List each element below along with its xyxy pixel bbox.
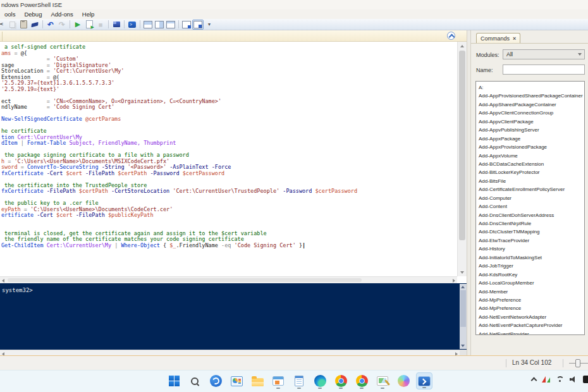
powershell-ise-taskbar-button[interactable] — [416, 372, 432, 389]
command-list-item[interactable]: Add-BitLockerKeyProtector — [479, 168, 584, 176]
command-list-item[interactable]: Add-BCDataCacheExtension — [479, 160, 584, 168]
status-bar: Ln 34 Col 102 — [0, 355, 588, 370]
editor-vertical-scrollbar[interactable] — [457, 42, 467, 276]
command-list-item[interactable]: Add-DtcClusterTMMapping — [479, 228, 584, 236]
status-separator — [506, 359, 506, 367]
scroll-up-arrow-icon[interactable] — [460, 45, 464, 47]
console-pane[interactable]: system32> — [0, 283, 467, 350]
show-script-pane-right-icon[interactable] — [154, 20, 165, 30]
command-list-item[interactable]: Add-LocalGroupMember — [479, 279, 584, 287]
command-list-item[interactable]: Add-DnsClientDohServerAddress — [479, 211, 584, 219]
command-list-item[interactable]: Add-Computer — [479, 194, 584, 202]
command-list-item[interactable]: Add-History — [479, 245, 584, 253]
command-list-item[interactable]: Add-InitiatorIdToMaskingSet — [479, 254, 584, 262]
appwin-taskbar-button[interactable] — [270, 372, 286, 389]
clipped-tray-item-tray-button[interactable] — [583, 376, 588, 383]
editor-horizontal-scrollbar[interactable] — [0, 276, 457, 283]
command-list-item[interactable]: Add-MpPreference — [479, 296, 584, 304]
command-list-item[interactable]: Add-NetEventNetworkAdapter — [479, 313, 584, 321]
undo-icon[interactable] — [45, 20, 56, 30]
scrollbar-thumb[interactable] — [459, 51, 465, 240]
command-list-item[interactable]: Add-CertificateEnrollmentPolicyServer — [479, 185, 584, 193]
network-monitor-tray-button[interactable] — [542, 376, 551, 383]
scrollbar-corner — [460, 350, 467, 355]
command-list-item[interactable]: Add-BitsFile — [479, 177, 584, 185]
copilot-taskbar-button[interactable] — [395, 372, 412, 389]
command-list-item[interactable]: Add-AppxProvisionedPackage — [479, 143, 584, 151]
scroll-left-arrow-icon[interactable] — [2, 279, 4, 283]
run-selection-icon[interactable] — [83, 20, 95, 30]
search-icon — [190, 376, 200, 386]
edge-taskbar-button[interactable] — [312, 372, 328, 389]
scrollbar-thumb[interactable] — [460, 290, 466, 327]
command-list-item[interactable]: Add-AppxPackage — [479, 135, 584, 143]
scroll-down-arrow-icon[interactable] — [460, 271, 464, 274]
paint-taskbar-button[interactable] — [374, 372, 391, 389]
tray-chevron-tray-button[interactable] — [530, 376, 537, 383]
command-list-item[interactable]: Add-KdsRootKey — [479, 271, 584, 279]
explorer-taskbar-button[interactable] — [249, 372, 266, 389]
search-taskbar-button[interactable] — [187, 372, 203, 389]
close-commands-icon[interactable]: × — [513, 36, 516, 42]
show-command-window-icon[interactable] — [181, 20, 192, 30]
command-list-item[interactable]: Add-JobTrigger — [479, 262, 584, 270]
tab-commands[interactable]: Commands × — [476, 33, 520, 44]
toolbar-overflow-icon[interactable] — [204, 20, 215, 30]
command-list-item[interactable]: Add-MpPreference — [479, 304, 584, 312]
show-script-pane-top-icon[interactable] — [142, 20, 154, 30]
show-script-pane-maximized-icon[interactable] — [165, 20, 176, 30]
commands-list[interactable]: A:Add-AppProvisionedSharedPackageContain… — [475, 81, 585, 335]
command-list-item[interactable]: A: — [479, 83, 584, 92]
command-list-item[interactable]: Add-Member — [479, 288, 584, 296]
scroll-right-arrow-icon[interactable] — [453, 279, 455, 283]
cursor-position-status: Ln 34 Col 102 — [512, 359, 551, 366]
taskmgr-taskbar-button[interactable] — [228, 372, 245, 389]
pane-splitter[interactable] — [467, 30, 471, 355]
main-area: a self-signed certificateams = @{ = 'Cus… — [0, 30, 588, 355]
chrome-taskbar-button[interactable] — [333, 372, 349, 389]
command-list-item[interactable]: Add-AppvPublishingServer — [479, 126, 584, 134]
copilot-icon — [398, 375, 410, 387]
chrome-2-taskbar-button[interactable] — [353, 372, 370, 389]
paste-icon[interactable] — [18, 20, 29, 30]
run-script-icon[interactable] — [72, 20, 83, 30]
command-list-item[interactable]: Add-DnsClientNrptRule — [479, 219, 584, 228]
command-list-item[interactable]: Add-NetEventPacketCaptureProvider — [479, 321, 584, 329]
command-list-item[interactable]: Add-AppSharedPackageContainer — [479, 101, 584, 109]
console-horizontal-scrollbar[interactable] — [0, 350, 460, 355]
sync-app-taskbar-button[interactable] — [207, 372, 224, 389]
console-vertical-scrollbar[interactable] — [460, 284, 467, 349]
scroll-up-arrow-icon[interactable] — [461, 286, 465, 288]
show-command-addon-icon[interactable] — [192, 20, 204, 30]
code-line: '2.5.29.19={text}' — [1, 87, 357, 93]
notepad-taskbar-button[interactable] — [291, 372, 307, 389]
toolbar-separator — [108, 20, 109, 28]
collapse-script-pane-button[interactable] — [447, 32, 455, 40]
scrollbar-thumb[interactable] — [8, 278, 362, 282]
menu-item-help[interactable]: Help — [78, 11, 99, 18]
menu-item-addons[interactable]: Add-ons — [46, 11, 77, 18]
cut-icon[interactable] — [0, 20, 6, 30]
script-editor[interactable]: a self-signed certificateams = @{ = 'Cus… — [0, 42, 467, 283]
volume-tray-button[interactable] — [570, 376, 578, 383]
command-list-item[interactable]: Add-AppProvisionedSharedPackageContainer — [479, 92, 584, 100]
name-filter-input[interactable] — [503, 64, 585, 75]
command-list-item[interactable]: Add-AppvClientPackage — [479, 118, 584, 126]
new-remote-powershell-tab-icon[interactable] — [111, 20, 122, 30]
start-taskbar-button[interactable] — [166, 372, 182, 389]
menu-item-debug[interactable]: Debug — [20, 11, 46, 18]
scroll-down-arrow-icon[interactable] — [461, 345, 465, 347]
chevron-down-icon — [578, 53, 582, 56]
command-list-item[interactable]: Add-Content — [479, 202, 584, 211]
menu-item-tools[interactable]: ools — [0, 11, 20, 18]
modules-dropdown[interactable]: All — [503, 49, 585, 59]
wifi-tray-button[interactable] — [556, 376, 565, 383]
clear-console-icon[interactable] — [29, 20, 40, 30]
zoom-slider-thumb[interactable] — [575, 359, 580, 367]
start-powershell-icon[interactable] — [126, 20, 138, 30]
explorer-icon — [252, 378, 264, 386]
command-list-item[interactable]: Add-AppxVolume — [479, 152, 584, 160]
command-list-item[interactable]: Add-EtwTraceProvider — [479, 236, 584, 245]
command-list-item[interactable]: Add-NetEventProvider — [479, 330, 584, 335]
command-list-item[interactable]: Add-AppvClientConnectionGroup — [479, 109, 584, 117]
